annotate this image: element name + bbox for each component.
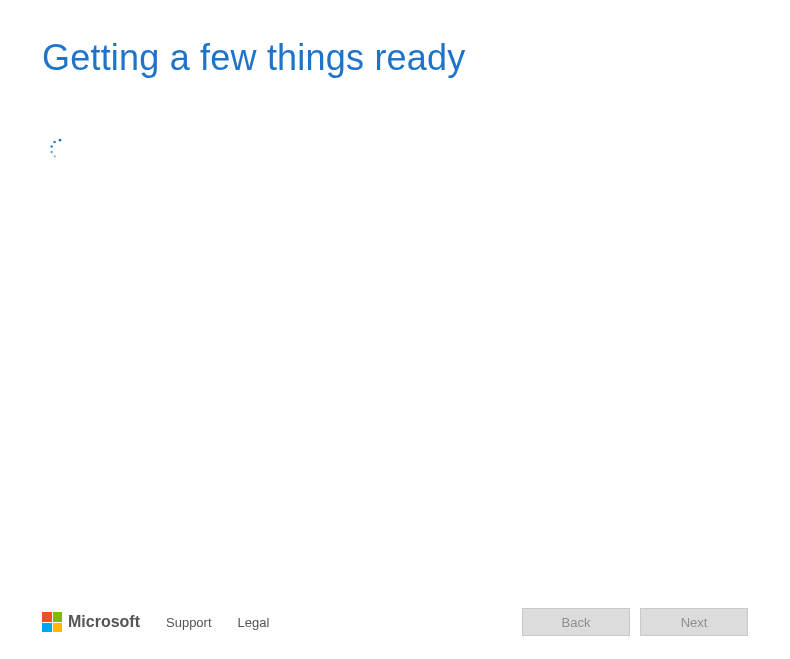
footer-left: Microsoft Support Legal bbox=[42, 612, 269, 632]
microsoft-logo-icon bbox=[42, 612, 62, 632]
back-button[interactable]: Back bbox=[522, 608, 630, 636]
main-content: Getting a few things ready bbox=[0, 0, 790, 161]
microsoft-label: Microsoft bbox=[68, 613, 140, 631]
svg-point-4 bbox=[54, 156, 56, 158]
microsoft-brand: Microsoft bbox=[42, 612, 140, 632]
loading-spinner-icon bbox=[48, 137, 72, 161]
svg-point-0 bbox=[59, 139, 62, 142]
svg-point-2 bbox=[50, 146, 53, 149]
support-link[interactable]: Support bbox=[166, 615, 212, 630]
footer-right: Back Next bbox=[522, 608, 748, 636]
page-title: Getting a few things ready bbox=[42, 36, 748, 79]
next-button[interactable]: Next bbox=[640, 608, 748, 636]
svg-point-1 bbox=[53, 141, 56, 144]
legal-link[interactable]: Legal bbox=[238, 615, 270, 630]
footer-bar: Microsoft Support Legal Back Next bbox=[0, 585, 790, 659]
svg-point-3 bbox=[50, 151, 52, 153]
